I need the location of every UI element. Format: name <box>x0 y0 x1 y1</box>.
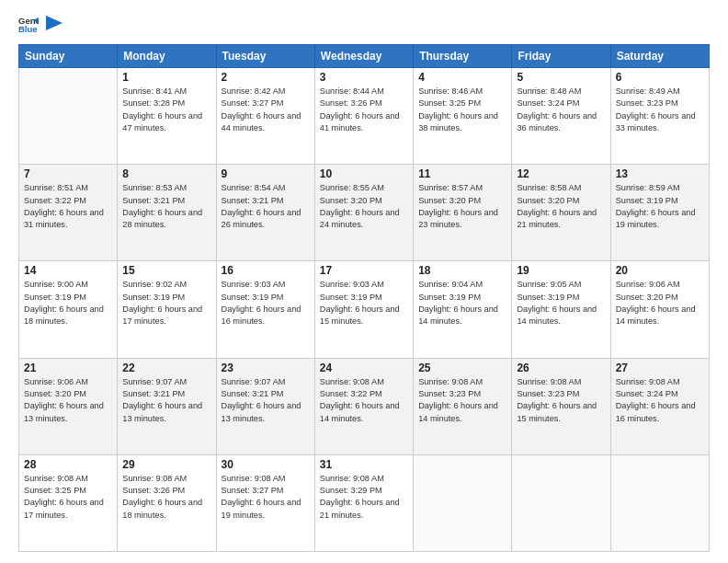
daylight-text: Daylight: 6 hours and 18 minutes. <box>122 498 202 519</box>
sunrise-text: Sunrise: 8:46 AM <box>418 86 483 96</box>
daylight-text: Daylight: 6 hours and 36 minutes. <box>517 111 597 132</box>
table-row: 3Sunrise: 8:44 AMSunset: 3:26 PMDaylight… <box>314 68 413 165</box>
table-row: 18Sunrise: 9:04 AMSunset: 3:19 PMDayligh… <box>414 261 512 358</box>
daylight-text: Daylight: 6 hours and 15 minutes. <box>517 401 597 422</box>
sunrise-text: Sunrise: 9:08 AM <box>24 474 88 483</box>
sunset-text: Sunset: 3:20 PM <box>616 293 678 302</box>
daylight-text: Daylight: 6 hours and 18 minutes. <box>24 304 104 326</box>
day-number: 4 <box>418 71 506 84</box>
day-info: Sunrise: 8:48 AMSunset: 3:24 PMDaylight:… <box>517 86 605 134</box>
day-number: 15 <box>122 264 210 277</box>
day-info: Sunrise: 8:42 AMSunset: 3:27 PMDaylight:… <box>222 86 310 134</box>
sunrise-text: Sunrise: 8:49 AM <box>616 86 680 96</box>
daylight-text: Daylight: 6 hours and 33 minutes. <box>616 111 696 132</box>
day-number: 18 <box>418 264 506 277</box>
table-row: 30Sunrise: 9:08 AMSunset: 3:27 PMDayligh… <box>216 454 314 551</box>
sunset-text: Sunset: 3:23 PM <box>616 98 678 108</box>
table-row: 16Sunrise: 9:03 AMSunset: 3:19 PMDayligh… <box>216 261 314 358</box>
table-row: 25Sunrise: 9:08 AMSunset: 3:23 PMDayligh… <box>414 358 512 454</box>
table-row: 1Sunrise: 8:41 AMSunset: 3:28 PMDaylight… <box>118 68 216 165</box>
day-info: Sunrise: 8:55 AMSunset: 3:20 PMDaylight:… <box>320 182 408 231</box>
sunrise-text: Sunrise: 9:03 AM <box>320 280 384 289</box>
daylight-text: Daylight: 6 hours and 14 minutes. <box>320 401 400 422</box>
table-row <box>414 454 512 551</box>
daylight-text: Daylight: 6 hours and 13 minutes. <box>24 401 104 422</box>
day-info: Sunrise: 9:02 AMSunset: 3:19 PMDaylight:… <box>122 279 210 327</box>
sunset-text: Sunset: 3:20 PM <box>517 196 579 205</box>
col-friday: Friday <box>512 45 610 68</box>
sunset-text: Sunset: 3:22 PM <box>320 389 382 398</box>
day-info: Sunrise: 9:05 AMSunset: 3:19 PMDaylight:… <box>517 279 605 327</box>
daylight-text: Daylight: 6 hours and 17 minutes. <box>24 498 104 519</box>
sunset-text: Sunset: 3:28 PM <box>122 98 185 108</box>
day-info: Sunrise: 9:08 AMSunset: 3:29 PMDaylight:… <box>320 473 408 522</box>
day-number: 27 <box>616 362 704 374</box>
daylight-text: Daylight: 6 hours and 14 minutes. <box>517 304 597 326</box>
daylight-text: Daylight: 6 hours and 41 minutes. <box>320 111 400 132</box>
daylight-text: Daylight: 6 hours and 31 minutes. <box>24 208 104 229</box>
sunset-text: Sunset: 3:26 PM <box>122 486 185 495</box>
daylight-text: Daylight: 6 hours and 23 minutes. <box>418 208 498 229</box>
header-row: Sunday Monday Tuesday Wednesday Thursday… <box>19 45 710 68</box>
col-tuesday: Tuesday <box>216 45 314 68</box>
day-info: Sunrise: 9:08 AMSunset: 3:23 PMDaylight:… <box>418 376 506 425</box>
table-row: 22Sunrise: 9:07 AMSunset: 3:21 PMDayligh… <box>118 358 216 454</box>
sunrise-text: Sunrise: 9:04 AM <box>418 280 483 289</box>
day-number: 30 <box>222 458 310 471</box>
sunrise-text: Sunrise: 8:41 AM <box>122 86 187 96</box>
daylight-text: Daylight: 6 hours and 14 minutes. <box>418 401 498 422</box>
day-number: 19 <box>517 264 605 277</box>
calendar-week-row: 21Sunrise: 9:06 AMSunset: 3:20 PMDayligh… <box>19 358 710 454</box>
sunset-text: Sunset: 3:19 PM <box>517 293 579 302</box>
sunset-text: Sunset: 3:22 PM <box>24 196 86 205</box>
sunrise-text: Sunrise: 8:53 AM <box>122 183 187 192</box>
day-info: Sunrise: 8:57 AMSunset: 3:20 PMDaylight:… <box>418 182 506 231</box>
daylight-text: Daylight: 6 hours and 13 minutes. <box>222 401 301 422</box>
day-info: Sunrise: 9:04 AMSunset: 3:19 PMDaylight:… <box>418 279 506 327</box>
table-row: 8Sunrise: 8:53 AMSunset: 3:21 PMDaylight… <box>118 165 216 261</box>
day-info: Sunrise: 9:08 AMSunset: 3:23 PMDaylight:… <box>517 376 605 425</box>
logo-arrow-icon <box>46 16 63 34</box>
day-info: Sunrise: 8:49 AMSunset: 3:23 PMDaylight:… <box>616 86 704 134</box>
sunset-text: Sunset: 3:19 PM <box>616 196 678 205</box>
sunset-text: Sunset: 3:27 PM <box>222 98 284 108</box>
sunrise-text: Sunrise: 9:08 AM <box>418 377 483 386</box>
sunrise-text: Sunrise: 9:07 AM <box>222 377 286 386</box>
sunrise-text: Sunrise: 9:07 AM <box>122 377 187 386</box>
day-info: Sunrise: 9:08 AMSunset: 3:22 PMDaylight:… <box>320 376 408 425</box>
day-info: Sunrise: 8:41 AMSunset: 3:28 PMDaylight:… <box>122 86 210 134</box>
table-row: 27Sunrise: 9:08 AMSunset: 3:24 PMDayligh… <box>610 358 709 454</box>
table-row: 28Sunrise: 9:08 AMSunset: 3:25 PMDayligh… <box>19 454 118 551</box>
col-saturday: Saturday <box>610 45 709 68</box>
sunset-text: Sunset: 3:27 PM <box>222 486 284 495</box>
calendar-table: Sunday Monday Tuesday Wednesday Thursday… <box>18 44 710 552</box>
day-number: 10 <box>320 167 408 180</box>
logo-icon: General Blue <box>18 15 39 35</box>
col-sunday: Sunday <box>19 45 118 68</box>
sunrise-text: Sunrise: 9:08 AM <box>616 377 680 386</box>
table-row: 29Sunrise: 9:08 AMSunset: 3:26 PMDayligh… <box>118 454 216 551</box>
sunset-text: Sunset: 3:20 PM <box>24 389 86 398</box>
sunrise-text: Sunrise: 9:02 AM <box>122 280 187 289</box>
table-row <box>19 68 118 165</box>
day-number: 28 <box>24 458 112 471</box>
day-info: Sunrise: 9:08 AMSunset: 3:27 PMDaylight:… <box>222 473 310 522</box>
calendar-week-row: 14Sunrise: 9:00 AMSunset: 3:19 PMDayligh… <box>19 261 710 358</box>
day-info: Sunrise: 9:07 AMSunset: 3:21 PMDaylight:… <box>222 376 310 425</box>
sunset-text: Sunset: 3:20 PM <box>418 196 481 205</box>
day-info: Sunrise: 9:06 AMSunset: 3:20 PMDaylight:… <box>616 279 704 327</box>
daylight-text: Daylight: 6 hours and 14 minutes. <box>616 304 696 326</box>
svg-text:Blue: Blue <box>18 24 38 34</box>
sunset-text: Sunset: 3:23 PM <box>418 389 481 398</box>
day-number: 8 <box>122 167 210 180</box>
table-row <box>512 454 610 551</box>
day-number: 17 <box>320 264 408 277</box>
day-info: Sunrise: 8:54 AMSunset: 3:21 PMDaylight:… <box>222 182 310 231</box>
table-row: 9Sunrise: 8:54 AMSunset: 3:21 PMDaylight… <box>216 165 314 261</box>
table-row: 13Sunrise: 8:59 AMSunset: 3:19 PMDayligh… <box>610 165 709 261</box>
day-number: 3 <box>320 71 408 84</box>
day-number: 7 <box>24 167 112 180</box>
day-info: Sunrise: 8:53 AMSunset: 3:21 PMDaylight:… <box>122 182 210 231</box>
table-row: 17Sunrise: 9:03 AMSunset: 3:19 PMDayligh… <box>314 261 413 358</box>
table-row: 20Sunrise: 9:06 AMSunset: 3:20 PMDayligh… <box>610 261 709 358</box>
